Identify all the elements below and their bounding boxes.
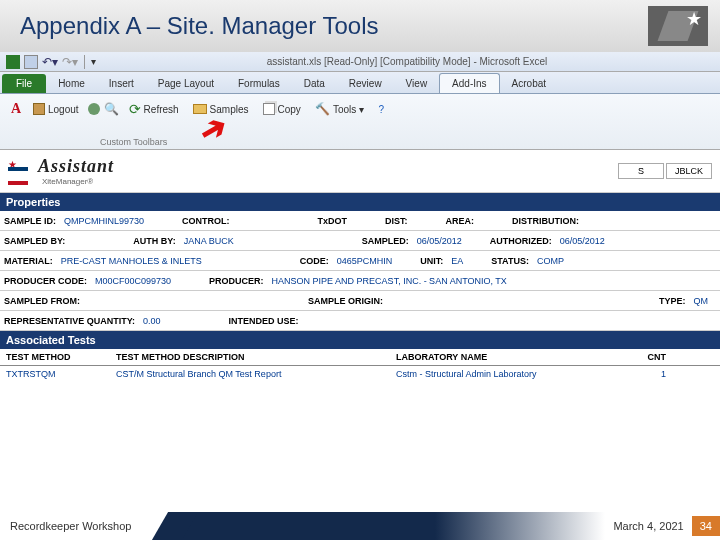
lbl-unit: UNIT:: [416, 254, 447, 268]
refresh-button[interactable]: ⟳ Refresh: [124, 98, 184, 120]
lbl-distribution: DISTRIBUTION:: [508, 214, 583, 228]
th-cnt: CNT: [626, 352, 666, 362]
footer-left: Recordkeeper Workshop: [0, 514, 180, 538]
help-icon[interactable]: ?: [373, 101, 389, 117]
assistant-a-icon[interactable]: A: [8, 101, 24, 117]
slide-footer: Recordkeeper Workshop March 4, 2021 34: [0, 512, 720, 540]
properties-grid: SAMPLE ID:QMPCMHINL99730 CONTROL: TxDOT …: [0, 211, 720, 331]
table-row[interactable]: TXTRSTQM CST/M Structural Branch QM Test…: [0, 366, 720, 382]
user-icon[interactable]: [88, 103, 100, 115]
val-sample-id: QMPCMHINL99730: [60, 214, 148, 228]
lbl-txdot: TxDOT: [314, 214, 352, 228]
lbl-intended: INTENDED USE:: [225, 314, 303, 328]
refresh-icon: ⟳: [129, 101, 141, 117]
tab-pagelayout[interactable]: Page Layout: [146, 74, 226, 93]
lbl-authorized: AUTHORIZED:: [486, 234, 556, 248]
val-code: 0465PCMHIN: [333, 254, 397, 268]
val-status: COMP: [533, 254, 568, 268]
val-auth-by: JANA BUCK: [180, 234, 238, 248]
val-sampled: 06/05/2012: [413, 234, 466, 248]
tab-addins[interactable]: Add-Ins: [439, 73, 499, 93]
lbl-status: STATUS:: [487, 254, 533, 268]
td-cnt: 1: [626, 369, 666, 379]
lbl-dist: DIST:: [381, 214, 412, 228]
tab-review[interactable]: Review: [337, 74, 394, 93]
right-cell-2: JBLCK: [666, 163, 712, 179]
td-lab: Cstm - Structural Admin Laboratory: [396, 369, 626, 379]
qat-undo-icon[interactable]: ↶▾: [42, 55, 58, 69]
excel-titlebar: ↶▾ ↷▾ ▾ assistant.xls [Read-Only] [Compa…: [0, 52, 720, 72]
val-rep-qty: 0.00: [139, 314, 165, 328]
tab-view[interactable]: View: [394, 74, 440, 93]
lbl-rep-qty: REPRESENTATIVE QUANTITY:: [0, 314, 139, 328]
txdot-logo: [8, 161, 32, 181]
assistant-title: Assistant: [38, 156, 114, 177]
tab-formulas[interactable]: Formulas: [226, 74, 292, 93]
lbl-producer-code: PRODUCER CODE:: [0, 274, 91, 288]
qat-redo-icon[interactable]: ↷▾: [62, 55, 78, 69]
footer-ribbon: [180, 512, 605, 540]
lbl-producer: PRODUCER:: [205, 274, 268, 288]
tab-insert[interactable]: Insert: [97, 74, 146, 93]
lbl-sampled-from: SAMPLED FROM:: [0, 294, 84, 308]
val-type: QM: [690, 294, 713, 308]
assistant-right-cells: S JBLCK: [618, 163, 712, 179]
logout-button[interactable]: Logout: [28, 100, 84, 118]
lbl-sample-id: SAMPLE ID:: [0, 214, 60, 228]
td-method: TXTRSTQM: [6, 369, 116, 379]
lbl-area: AREA:: [442, 214, 479, 228]
val-producer-code: M00CF00C099730: [91, 274, 175, 288]
val-material: PRE-CAST MANHOLES & INLETS: [57, 254, 206, 268]
lbl-auth-by: AUTH BY:: [129, 234, 179, 248]
window-title: assistant.xls [Read-Only] [Compatibility…: [100, 56, 714, 67]
tests-header-row: TEST METHOD TEST METHOD DESCRIPTION LABO…: [0, 349, 720, 366]
footer-date: March 4, 2021: [605, 520, 691, 532]
lbl-control: CONTROL:: [178, 214, 234, 228]
slide-logo: ★: [648, 6, 708, 46]
tab-data[interactable]: Data: [292, 74, 337, 93]
val-producer: HANSON PIPE AND PRECAST, INC. - SAN ANTO…: [268, 274, 511, 288]
hammer-icon: 🔨: [315, 102, 330, 116]
tab-home[interactable]: Home: [46, 74, 97, 93]
tab-file[interactable]: File: [2, 74, 46, 93]
footer-page-num: 34: [692, 516, 720, 536]
lbl-code: CODE:: [296, 254, 333, 268]
val-unit: EA: [447, 254, 467, 268]
copy-button[interactable]: Copy: [258, 100, 306, 118]
th-desc: TEST METHOD DESCRIPTION: [116, 352, 396, 362]
lbl-material: MATERIAL:: [0, 254, 57, 268]
right-cell-1: S: [618, 163, 664, 179]
qat-more-icon[interactable]: ▾: [91, 56, 96, 67]
th-lab: LABORATORY NAME: [396, 352, 626, 362]
custom-toolbars-label: Custom Toolbars: [100, 137, 167, 147]
ribbon-tabs: File Home Insert Page Layout Formulas Da…: [0, 72, 720, 94]
tests-table: TEST METHOD TEST METHOD DESCRIPTION LABO…: [0, 349, 720, 382]
tools-button[interactable]: 🔨 Tools ▾: [310, 99, 369, 119]
assistant-header: Assistant XiteManager® S JBLCK: [0, 150, 720, 193]
excel-icon: [6, 55, 20, 69]
qat-save-icon[interactable]: [24, 55, 38, 69]
th-method: TEST METHOD: [6, 352, 116, 362]
lbl-sampled-by: SAMPLED BY:: [0, 234, 69, 248]
section-tests: Associated Tests: [0, 331, 720, 349]
addins-toolbar: A Logout 🔍 ⟳ Refresh Samples Copy 🔨 Tool…: [0, 94, 720, 150]
lbl-sample-origin: SAMPLE ORIGIN:: [304, 294, 387, 308]
tab-acrobat[interactable]: Acrobat: [500, 74, 558, 93]
lbl-sampled: SAMPLED:: [358, 234, 413, 248]
chevron-down-icon: ▾: [359, 104, 364, 115]
assistant-subtitle: XiteManager®: [42, 177, 114, 186]
slide-header: Appendix A – Site. Manager Tools ★: [0, 0, 720, 52]
val-authorized: 06/05/2012: [556, 234, 609, 248]
td-desc: CST/M Structural Branch QM Test Report: [116, 369, 396, 379]
section-properties: Properties: [0, 193, 720, 211]
door-icon: [33, 103, 45, 115]
find-icon[interactable]: 🔍: [104, 101, 120, 117]
copy-icon: [263, 103, 275, 115]
lbl-type: TYPE:: [655, 294, 690, 308]
slide-title: Appendix A – Site. Manager Tools: [20, 12, 378, 40]
